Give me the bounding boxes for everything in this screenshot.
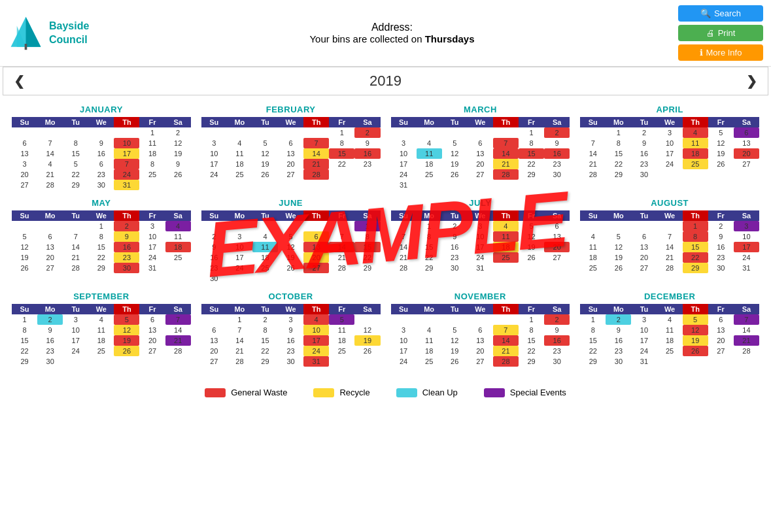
month-title-september: SEPTEMBER bbox=[12, 291, 191, 301]
calendar-august: Su Mo Tu We Th Fr Sa 123 45678910 111213… bbox=[580, 210, 759, 273]
col-su: Su bbox=[580, 117, 606, 127]
col-we: We bbox=[88, 210, 114, 221]
search-icon: 🔍 bbox=[700, 8, 711, 18]
legend: General Waste Recycle Clean Up Special E… bbox=[0, 377, 771, 403]
col-mo: Mo bbox=[606, 210, 631, 221]
col-we: We bbox=[468, 210, 493, 221]
col-th: Th bbox=[493, 117, 519, 127]
calendar-september: Su Mo Tu We Th Fr Sa 1234567 89101112131… bbox=[12, 304, 191, 367]
col-fr: Fr bbox=[708, 304, 734, 314]
col-mo: Mo bbox=[417, 117, 442, 127]
col-we: We bbox=[88, 117, 114, 127]
month-title-january: JANUARY bbox=[12, 105, 191, 114]
month-title-february: FEBRUARY bbox=[201, 105, 381, 114]
col-we: We bbox=[468, 117, 493, 127]
month-title-may: MAY bbox=[12, 198, 191, 208]
calendar-december: Su Mo Tu We Th Fr Sa 1234567 89101112131… bbox=[580, 304, 759, 367]
more-info-button[interactable]: ℹ More Info bbox=[678, 44, 763, 61]
col-tu: Tu bbox=[631, 304, 657, 314]
col-mo: Mo bbox=[417, 304, 442, 314]
more-info-label: More Info bbox=[706, 48, 742, 58]
special-events-swatch bbox=[484, 388, 505, 397]
col-su: Su bbox=[391, 210, 417, 221]
general-waste-swatch bbox=[205, 388, 226, 397]
col-fr: Fr bbox=[139, 304, 165, 314]
calendar-october: Su Mo Tu We Th Fr Sa 12345 6789101112 13… bbox=[201, 304, 381, 367]
col-fr: Fr bbox=[708, 210, 734, 221]
col-fr: Fr bbox=[519, 210, 544, 221]
calendar-june: Su Mo Tu We Th Fr Sa 1 2345678 910111213… bbox=[201, 210, 381, 284]
year-nav: ❮ 2019 ❯ bbox=[3, 67, 768, 95]
col-sa: Sa bbox=[544, 117, 570, 127]
col-we: We bbox=[278, 117, 303, 127]
col-sa: Sa bbox=[354, 210, 380, 221]
col-tu: Tu bbox=[631, 117, 657, 127]
col-su: Su bbox=[12, 304, 37, 314]
month-title-december: DECEMBER bbox=[580, 291, 759, 301]
legend-clean-up-label: Clean Up bbox=[422, 388, 458, 397]
col-su: Su bbox=[201, 304, 227, 314]
month-title-april: APRIL bbox=[580, 105, 759, 114]
col-sa: Sa bbox=[354, 117, 380, 127]
col-mo: Mo bbox=[227, 117, 252, 127]
svg-marker-1 bbox=[26, 16, 41, 46]
calendar-may: Su Mo Tu We Th Fr Sa 1234 567891011 1213… bbox=[12, 210, 191, 273]
month-january: JANUARY Su Mo Tu We Th Fr Sa 12 67891011… bbox=[7, 102, 196, 195]
col-th: Th bbox=[114, 117, 139, 127]
next-year-button[interactable]: ❯ bbox=[746, 73, 757, 89]
col-we: We bbox=[657, 117, 683, 127]
logo-icon bbox=[8, 14, 44, 53]
col-we: We bbox=[278, 304, 303, 314]
col-th: Th bbox=[683, 117, 708, 127]
month-december: DECEMBER Su Mo Tu We Th Fr Sa 1234567 89… bbox=[575, 289, 764, 372]
print-button[interactable]: 🖨 Print bbox=[678, 25, 763, 41]
col-su: Su bbox=[580, 210, 606, 221]
col-th: Th bbox=[303, 304, 329, 314]
col-tu: Tu bbox=[63, 210, 88, 221]
col-su: Su bbox=[391, 117, 417, 127]
col-tu: Tu bbox=[252, 304, 278, 314]
calendar-november: Su Mo Tu We Th Fr Sa 12 3456789 10111213… bbox=[391, 304, 570, 367]
month-september: SEPTEMBER Su Mo Tu We Th Fr Sa 1234567 8… bbox=[7, 289, 196, 372]
col-sa: Sa bbox=[544, 304, 570, 314]
calendar-wrapper: JANUARY Su Mo Tu We Th Fr Sa 12 67891011… bbox=[0, 95, 771, 372]
legend-recycle-label: Recycle bbox=[339, 388, 369, 397]
calendar-grid: JANUARY Su Mo Tu We Th Fr Sa 12 67891011… bbox=[0, 95, 771, 372]
col-sa: Sa bbox=[734, 117, 759, 127]
col-mo: Mo bbox=[227, 304, 252, 314]
month-june: JUNE Su Mo Tu We Th Fr Sa 1 2345678 bbox=[196, 195, 386, 289]
calendar-april: Su Mo Tu We Th Fr Sa 123456 78910111213 … bbox=[580, 117, 759, 180]
legend-special-events: Special Events bbox=[484, 388, 566, 397]
col-sa: Sa bbox=[734, 304, 759, 314]
col-mo: Mo bbox=[37, 304, 63, 314]
clean-up-swatch bbox=[396, 388, 417, 397]
col-tu: Tu bbox=[63, 117, 88, 127]
buttons-area: 🔍 Search 🖨 Print ℹ More Info bbox=[678, 5, 763, 61]
col-tu: Tu bbox=[63, 304, 88, 314]
header: BaysideCouncil Address: Your bins are co… bbox=[0, 0, 771, 67]
col-tu: Tu bbox=[631, 210, 657, 221]
col-fr: Fr bbox=[139, 117, 165, 127]
col-mo: Mo bbox=[606, 304, 631, 314]
print-icon: 🖨 bbox=[706, 28, 715, 38]
col-th: Th bbox=[493, 210, 519, 221]
month-title-july: JULY bbox=[391, 198, 570, 208]
month-title-march: MARCH bbox=[391, 105, 570, 114]
prev-year-button[interactable]: ❮ bbox=[14, 73, 25, 89]
address-line: Your bins are collected on Thursdays bbox=[106, 33, 678, 44]
legend-special-events-label: Special Events bbox=[510, 388, 566, 397]
svg-rect-3 bbox=[25, 44, 27, 50]
calendar-july: Su Mo Tu We Th Fr Sa 123456 78910111213 … bbox=[391, 210, 570, 273]
col-mo: Mo bbox=[37, 210, 63, 221]
col-su: Su bbox=[12, 117, 37, 127]
col-we: We bbox=[468, 304, 493, 314]
search-button[interactable]: 🔍 Search bbox=[678, 5, 763, 22]
search-label: Search bbox=[714, 8, 741, 18]
col-we: We bbox=[88, 304, 114, 314]
col-su: Su bbox=[12, 210, 37, 221]
legend-recycle: Recycle bbox=[313, 388, 369, 397]
col-th: Th bbox=[683, 210, 708, 221]
col-sa: Sa bbox=[165, 304, 191, 314]
col-tu: Tu bbox=[252, 210, 278, 221]
col-tu: Tu bbox=[442, 117, 468, 127]
